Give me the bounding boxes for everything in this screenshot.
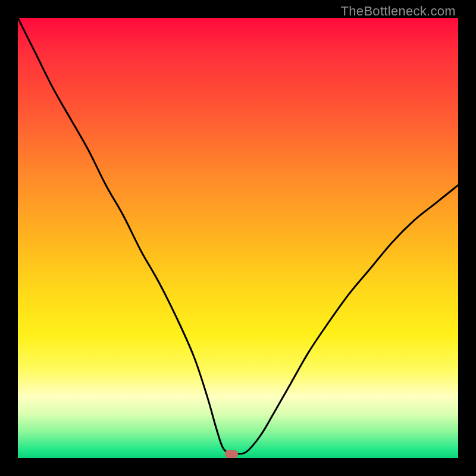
optimum-marker [225, 450, 238, 458]
bottleneck-curve [18, 18, 458, 458]
plot-area [18, 18, 458, 458]
curve-path [18, 18, 458, 454]
watermark-text: TheBottleneck.com [341, 4, 456, 19]
chart-frame: TheBottleneck.com [0, 0, 476, 476]
